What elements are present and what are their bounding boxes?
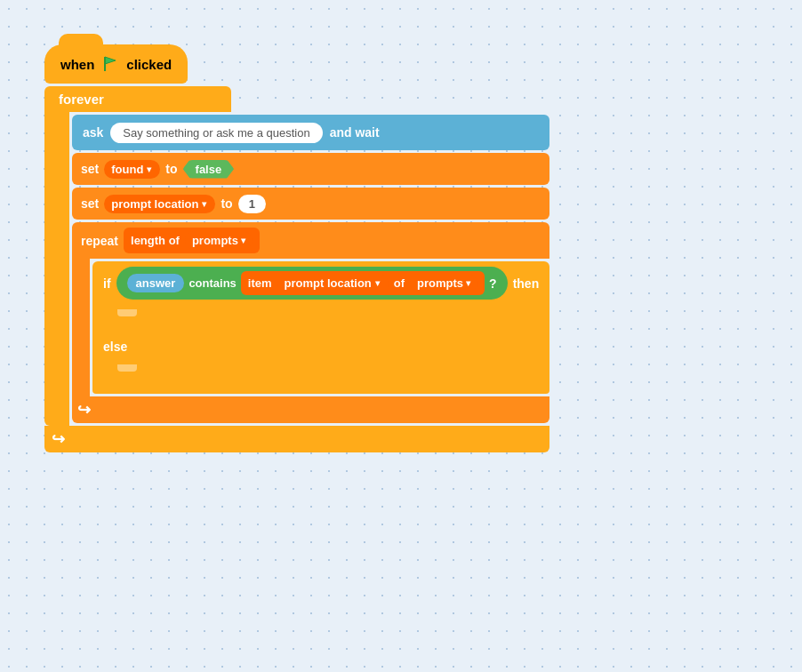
prompt-location-in-item-arrow[interactable]: ▾ <box>375 278 380 288</box>
ask-prompt-text: Say something or ask me a question <box>110 123 322 143</box>
forever-content: ask Say something or ask me a question a… <box>69 112 549 426</box>
and-wait-label: and wait <box>330 125 380 140</box>
prompts-dropdown-in-item[interactable]: ▾ <box>466 278 470 288</box>
scratch-workspace: when clicked forever <box>0 0 802 672</box>
if-block-wrapper: if answer contains <box>92 261 549 394</box>
else-inner-content <box>110 360 549 388</box>
question-mark: ? <box>489 276 497 291</box>
hat-block[interactable]: when clicked <box>44 44 188 84</box>
false-label: false <box>196 163 222 176</box>
item-label: item <box>248 276 272 290</box>
else-notch-area <box>114 362 546 374</box>
item-pill[interactable]: item prompt location ▾ of <box>241 271 485 295</box>
else-body <box>92 360 549 388</box>
set-prompt-location-block[interactable]: set prompt location ▾ to 1 <box>72 188 549 220</box>
forever-loop-arrow: ↩ <box>52 429 65 449</box>
set-found-block[interactable]: set found ▾ to false <box>72 153 549 185</box>
set-label-2: set <box>81 196 99 211</box>
answer-pill: answer <box>127 274 185 292</box>
else-notch <box>117 364 137 372</box>
prompt-location-var-label: prompt location <box>111 197 198 211</box>
green-flag-icon <box>101 55 119 73</box>
if-body <box>92 305 549 333</box>
prompt-location-dropdown-arrow[interactable]: ▾ <box>202 199 206 209</box>
set-label-1: set <box>81 162 99 176</box>
prompts-label-in-item: prompts <box>417 276 463 290</box>
repeat-body: if answer contains <box>72 259 549 396</box>
blocks-container: when clicked forever <box>44 44 549 452</box>
repeat-block: repeat length of prompts ▾ <box>72 222 549 423</box>
prompts-dropdown-in-length[interactable]: ▾ <box>241 236 245 245</box>
when-label: when <box>60 57 94 72</box>
repeat-content: if answer contains <box>90 259 549 396</box>
length-of-label: length of <box>131 234 180 247</box>
if-inner-content <box>110 305 549 333</box>
value-1-pill: 1 <box>238 195 266 213</box>
answer-label: answer <box>136 276 176 290</box>
false-value-pill: false <box>183 160 235 179</box>
prompts-var-in-item[interactable]: prompts ▾ <box>410 274 477 292</box>
else-bar: else <box>92 333 549 360</box>
value-1-label: 1 <box>249 197 255 211</box>
found-var-pill[interactable]: found ▾ <box>104 160 160 179</box>
prompts-label-in-length: prompts <box>192 234 238 247</box>
if-notch <box>117 309 137 316</box>
ask-block[interactable]: ask Say something or ask me a question a… <box>72 115 549 150</box>
prompt-location-in-item-label: prompt location <box>285 276 372 290</box>
if-block-top[interactable]: if answer contains <box>92 261 549 305</box>
forever-top[interactable]: forever <box>44 86 231 112</box>
else-label: else <box>103 340 127 354</box>
clicked-label: clicked <box>126 57 172 72</box>
forever-left-rail <box>44 112 69 426</box>
prompt-location-in-item[interactable]: prompt location ▾ <box>277 274 389 292</box>
to-label-2: to <box>221 196 232 211</box>
if-left-rail <box>92 305 110 333</box>
svg-marker-0 <box>105 57 116 71</box>
else-left-rail <box>92 360 110 388</box>
prompt-location-var-pill[interactable]: prompt location ▾ <box>104 195 215 213</box>
found-var-label: found <box>111 163 143 176</box>
if-label: if <box>103 276 111 291</box>
repeat-bottom: ↩ <box>72 396 549 423</box>
found-dropdown-arrow[interactable]: ▾ <box>147 164 151 174</box>
contains-label: contains <box>188 276 236 290</box>
length-of-pill[interactable]: length of prompts ▾ <box>124 228 260 253</box>
to-label-1: to <box>165 162 177 176</box>
repeat-top[interactable]: repeat length of prompts ▾ <box>72 222 549 259</box>
ask-label: ask <box>83 125 103 140</box>
of-label: of <box>394 276 405 290</box>
repeat-label: repeat <box>81 234 118 248</box>
contains-condition[interactable]: answer contains item <box>116 267 508 300</box>
if-block-bottom <box>92 388 549 394</box>
repeat-left-rail <box>72 259 90 396</box>
forever-label: forever <box>59 92 104 107</box>
prompts-var-in-length[interactable]: prompts ▾ <box>185 231 253 250</box>
if-notch-area <box>114 307 546 319</box>
forever-bottom: ↩ <box>44 426 549 452</box>
then-label: then <box>513 276 540 291</box>
repeat-loop-arrow: ↩ <box>77 400 91 420</box>
